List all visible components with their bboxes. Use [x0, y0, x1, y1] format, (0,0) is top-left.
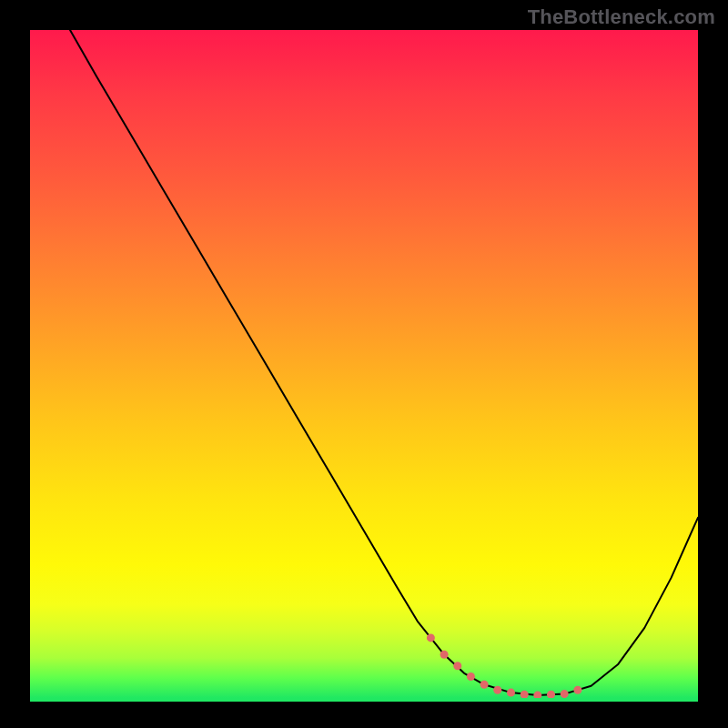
highlight-dot [547, 691, 555, 698]
highlight-dot [440, 651, 449, 659]
bottleneck-curve [70, 30, 698, 695]
bottom-green-bar [30, 698, 698, 702]
highlight-dot [453, 662, 461, 670]
highlight-dot [533, 692, 541, 698]
highlight-dots [427, 633, 582, 698]
highlight-dot [480, 681, 489, 689]
curve-svg [30, 30, 698, 698]
highlight-dot [427, 633, 435, 642]
watermark-text: TheBottleneck.com [528, 5, 715, 29]
highlight-dot [521, 691, 529, 698]
highlight-dot [561, 690, 569, 698]
highlight-dot [493, 686, 501, 694]
plot-area [30, 30, 698, 698]
highlight-dot [507, 689, 515, 697]
highlight-dot [467, 672, 475, 681]
highlight-dot [573, 686, 581, 694]
chart-frame: TheBottleneck.com [0, 0, 728, 728]
